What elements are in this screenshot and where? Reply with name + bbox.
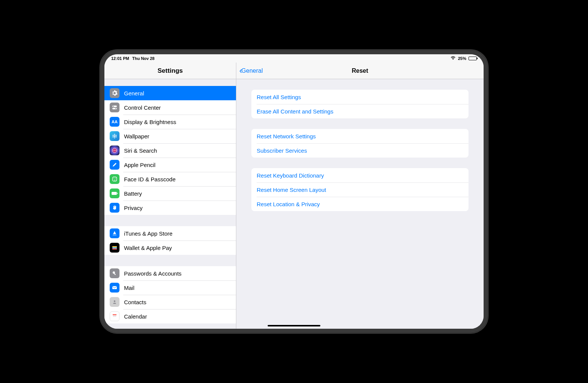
contacts-icon xyxy=(110,297,119,307)
svg-rect-24 xyxy=(113,314,116,315)
sidebar-item-label: Passwords & Accounts xyxy=(124,270,182,277)
settings-sidebar: Settings GeneralControl CenterAADisplay … xyxy=(104,63,236,329)
battery-icon xyxy=(110,188,119,198)
split-view: Settings GeneralControl CenterAADisplay … xyxy=(104,63,484,329)
detail-header: ‹ General Reset xyxy=(236,63,484,79)
reset-item-subscriber[interactable]: Subscriber Services xyxy=(251,143,469,158)
detail-pane: ‹ General Reset Reset All SettingsErase … xyxy=(236,63,484,329)
sidebar-item-label: Wallet & Apple Pay xyxy=(124,245,172,251)
home-indicator[interactable] xyxy=(268,325,320,326)
svg-point-10 xyxy=(112,135,113,136)
sidebar-item-mail[interactable]: Mail xyxy=(104,280,236,295)
back-button-label: General xyxy=(241,67,263,74)
svg-point-4 xyxy=(114,135,115,137)
status-time: 12:01 PM xyxy=(111,56,129,61)
svg-point-9 xyxy=(112,136,113,137)
sidebar-item-siri[interactable]: Siri & Search xyxy=(104,143,236,158)
sidebar-item-display[interactable]: AADisplay & Brightness xyxy=(104,115,236,129)
svg-rect-19 xyxy=(112,248,117,250)
sidebar-item-appstore[interactable]: iTunes & App Store xyxy=(104,226,236,241)
svg-point-23 xyxy=(114,300,115,302)
back-button[interactable]: ‹ General xyxy=(239,67,263,75)
svg-point-13 xyxy=(113,178,114,179)
sidebar-item-pencil[interactable]: Apple Pencil xyxy=(104,158,236,172)
svg-rect-25 xyxy=(113,315,116,318)
status-bar: 12:01 PM Thu Nov 28 25% xyxy=(104,54,484,63)
ipad-device-frame: 12:01 PM Thu Nov 28 25% Settings General… xyxy=(100,50,488,333)
svg-rect-26 xyxy=(113,316,114,316)
battery-icon xyxy=(469,57,477,60)
svg-rect-17 xyxy=(112,246,117,247)
sidebar-group: iTunes & App StoreWallet & Apple Pay xyxy=(104,226,236,255)
calendar-icon xyxy=(110,311,119,321)
appstore-icon xyxy=(110,228,119,238)
sidebar-scroll[interactable]: GeneralControl CenterAADisplay & Brightn… xyxy=(104,79,236,329)
reset-group: Reset All SettingsErase All Content and … xyxy=(251,90,469,118)
reset-item-reset-location[interactable]: Reset Location & Privacy xyxy=(251,197,469,211)
svg-rect-27 xyxy=(114,316,115,316)
wallet-icon xyxy=(110,243,119,253)
svg-rect-12 xyxy=(113,177,117,181)
sidebar-item-calendar[interactable]: Calendar xyxy=(104,309,236,323)
sidebar-item-label: Contacts xyxy=(124,299,146,305)
sidebar-item-label: iTunes & App Store xyxy=(124,230,173,237)
wifi-icon xyxy=(450,56,456,61)
sidebar-item-wallet[interactable]: Wallet & Apple Pay xyxy=(104,241,236,255)
pencil-icon xyxy=(110,160,119,170)
svg-point-3 xyxy=(115,108,116,109)
sidebar-item-privacy[interactable]: Privacy xyxy=(104,201,236,215)
svg-rect-15 xyxy=(112,192,117,195)
sidebar-item-general[interactable]: General xyxy=(104,86,236,100)
switches-icon xyxy=(110,103,119,112)
svg-point-5 xyxy=(114,134,115,135)
gear-icon xyxy=(110,88,119,98)
sidebar-item-label: Privacy xyxy=(124,205,142,211)
AA-icon: AA xyxy=(110,117,119,127)
sidebar-item-label: Mail xyxy=(124,285,135,291)
screen: 12:01 PM Thu Nov 28 25% Settings General… xyxy=(104,54,484,329)
face-icon xyxy=(110,174,119,184)
reset-item-erase-all[interactable]: Erase All Content and Settings xyxy=(251,104,469,118)
key-icon xyxy=(110,268,119,278)
svg-point-7 xyxy=(115,136,116,137)
reset-item-reset-network[interactable]: Reset Network Settings xyxy=(251,129,469,143)
reset-group: Reset Keyboard DictionaryReset Home Scre… xyxy=(251,168,469,211)
sidebar-group: GeneralControl CenterAADisplay & Brightn… xyxy=(104,86,236,215)
svg-rect-16 xyxy=(117,193,118,194)
sidebar-item-control-center[interactable]: Control Center xyxy=(104,100,236,115)
detail-body[interactable]: Reset All SettingsErase All Content and … xyxy=(236,79,484,232)
reset-item-reset-home[interactable]: Reset Home Screen Layout xyxy=(251,182,469,197)
sidebar-item-label: Calendar xyxy=(124,313,147,320)
svg-rect-21 xyxy=(114,273,116,275)
status-date: Thu Nov 28 xyxy=(132,56,155,61)
sidebar-item-label: Siri & Search xyxy=(124,147,157,154)
flower-icon xyxy=(110,131,119,141)
siri-icon xyxy=(110,146,119,155)
sidebar-item-battery[interactable]: Battery xyxy=(104,186,236,201)
sidebar-item-label: Control Center xyxy=(124,104,161,111)
sidebar-item-wallpaper[interactable]: Wallpaper xyxy=(104,129,236,143)
battery-percent: 25% xyxy=(458,56,466,61)
reset-group: Reset Network SettingsSubscriber Service… xyxy=(251,129,469,158)
sidebar-item-label: General xyxy=(124,90,144,97)
sidebar-title: Settings xyxy=(104,63,236,79)
detail-title: Reset xyxy=(352,67,368,74)
sidebar-item-label: Apple Pencil xyxy=(124,162,155,168)
sidebar-group: Passwords & AccountsMailContactsCalendar xyxy=(104,266,236,323)
hand-icon xyxy=(110,203,119,213)
svg-point-14 xyxy=(115,178,116,179)
mail-icon xyxy=(110,283,119,293)
svg-point-8 xyxy=(114,137,115,138)
reset-item-reset-keyboard[interactable]: Reset Keyboard Dictionary xyxy=(251,168,469,182)
svg-rect-18 xyxy=(112,247,117,248)
sidebar-item-label: Display & Brightness xyxy=(124,119,176,125)
sidebar-item-faceid[interactable]: Face ID & Passcode xyxy=(104,172,236,186)
svg-point-6 xyxy=(115,135,116,136)
svg-point-1 xyxy=(113,106,114,107)
sidebar-item-label: Wallpaper xyxy=(124,133,149,139)
reset-item-reset-all[interactable]: Reset All Settings xyxy=(251,90,469,104)
sidebar-item-label: Battery xyxy=(124,190,142,197)
svg-rect-28 xyxy=(115,316,116,316)
sidebar-item-passwords[interactable]: Passwords & Accounts xyxy=(104,266,236,280)
sidebar-item-contacts[interactable]: Contacts xyxy=(104,295,236,309)
